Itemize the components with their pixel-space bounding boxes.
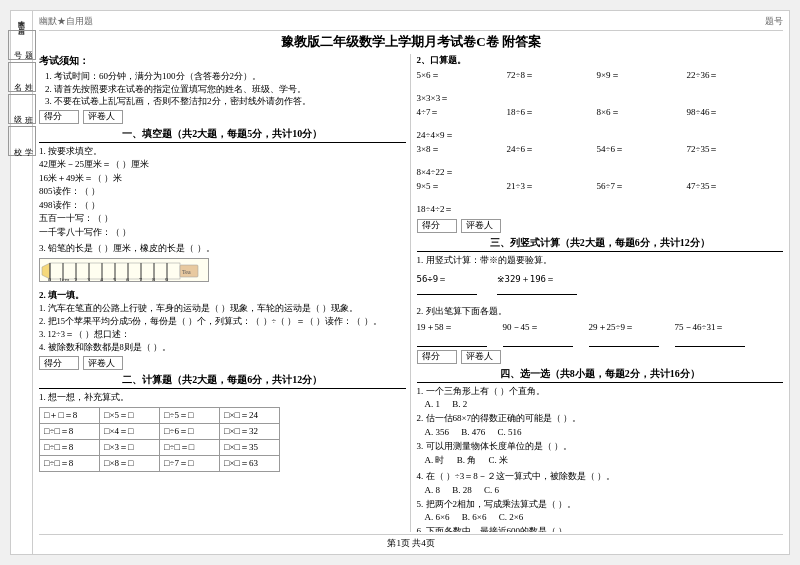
fill-2: 2. 把15个苹果平均分成5份，每份是（ ）个，列算式：（ ）÷（ ）＝（ ）读… [39, 315, 406, 328]
oral-calc-item: 72÷8＝ [507, 69, 587, 82]
fill-1: 1. 汽车在笔直的公路上行驶，车身的运动是（ ）现象，车轮的运动是（ ）现象。 [39, 302, 406, 315]
oral-calc-item: 18÷6＝ [507, 106, 587, 119]
s3-q2-label: 2. 列出笔算下面各题。 [417, 305, 784, 319]
svg-text:9: 9 [165, 277, 168, 282]
oral-calc-row: 3×8＝24÷6＝54÷6＝72÷35＝8×4÷22＝ [417, 143, 784, 179]
svg-text:Tea: Tea [182, 269, 191, 275]
margin-label-ti: 题号 [8, 30, 36, 60]
oral-calc-item: 18÷4÷2＝ [417, 203, 497, 216]
oral-calc-item: 9×5＝ [417, 180, 497, 193]
oral-calc-item: 24÷4×9＝ [417, 129, 497, 142]
s4-q4-block: 4. 在（ ）÷3＝8－２这一算式中，被除数是（ ）。A. 8 B. 28 C.… [417, 470, 784, 495]
s3-q1-item2: ※329＋196＝ [497, 273, 577, 295]
table-cell: □÷□＝□ [160, 439, 220, 455]
score-label: 得分 [39, 110, 79, 124]
left-margin: 幽默★自用题 题号 姓名 班级 学校 [11, 11, 33, 554]
right-column: 2、口算题。 5×6＝72÷8＝9×9＝22÷36＝3×3×3＝4÷7＝18÷6… [415, 54, 784, 532]
ruler-svg: 0 1cm 2 3 4 5 6 7 [39, 258, 209, 282]
q1-d: 498读作：（ ） [39, 199, 406, 213]
s4-q6-text: 6. 下面各数中，最接近600的数是（ ）。 [417, 525, 784, 532]
option-item: B. 476 [461, 427, 487, 437]
s2-q1-label: 1. 想一想，补充算式。 [39, 391, 406, 405]
q1-a: 42厘米－25厘米＝（ ）厘米 [39, 158, 406, 172]
s3-q1-block: 1. 用竖式计算：带※的题要验算。 56÷9＝ ※329＋196＝ [417, 254, 784, 298]
option-item: B. 28 [452, 485, 474, 495]
s4-q2-options: A. 356 B. 476 C. 516 [425, 427, 784, 437]
s4-q2-block: 2. 估一估68×7的得数正确的可能是（ ）。A. 356 B. 476 C. … [417, 412, 784, 437]
top-left-text: 幽默★自用题 [39, 15, 93, 28]
s3-q2-items: 19＋58＝ 90－45＝ 29＋25÷9＝ 75－46÷31＝ [417, 321, 784, 347]
oral-calc-item: 5×6＝ [417, 69, 497, 82]
svg-text:7: 7 [139, 277, 142, 282]
reviewer-label-3: 评卷人 [461, 219, 501, 233]
score-label-2: 得分 [39, 356, 79, 370]
q1-c: 805读作：（ ） [39, 185, 406, 199]
svg-text:4: 4 [100, 277, 103, 282]
s3-q2-item4: 75－46÷31＝ [675, 321, 755, 347]
fill-3: 3. 12÷3＝（ ）想口述： [39, 328, 406, 341]
oral-calc-row: 9×5＝21÷3＝56÷7＝47÷35＝18÷4÷2＝ [417, 180, 784, 216]
notice-title: 考试须知： [39, 54, 406, 68]
score-label-4: 得分 [417, 350, 457, 364]
svg-text:3: 3 [87, 277, 90, 282]
top-left-label: 幽默★自用题 [17, 13, 27, 24]
oral-calc-title: 2、口算题。 [417, 54, 784, 68]
option-item: B. 角 [457, 455, 479, 465]
s4-q3-block: 3. 可以用测量物体长度单位的是（ ）。A. 时 B. 角 C. 米 [417, 440, 784, 468]
oral-calc-item: 9×9＝ [597, 69, 677, 82]
section4-title: 四、选一选（共8小题，每题2分，共计16分） [417, 367, 784, 383]
oral-calc-item: 8×4÷22＝ [417, 166, 497, 179]
s4-q1-block: 1. 一个三角形上有（ ）个直角。A. 1 B. 2 [417, 385, 784, 410]
table-cell: □×□＝35 [220, 439, 280, 455]
table-cell: □÷□＝8 [40, 455, 100, 471]
oral-calc-item: 22÷36＝ [687, 69, 767, 82]
svg-text:2: 2 [74, 277, 77, 282]
notice-item-3: 3. 不要在试卷上乱写乱画，否则不整洁扣2分，密封线外请勿作答。 [45, 95, 406, 108]
q1-e: 五百一十写：（ ） [39, 212, 406, 226]
option-item: A. 6×6 [425, 512, 452, 522]
margin-label-xx: 学校 [8, 126, 36, 156]
oral-calc-row: 4÷7＝18÷6＝8×6＝98÷46＝24÷4×9＝ [417, 106, 784, 142]
table-cell: □×5＝□ [100, 407, 160, 423]
s4-q4-options: A. 8 B. 28 C. 6 [425, 485, 784, 495]
option-item: A. 时 [425, 455, 447, 465]
score-row-4: 得分 评卷人 [417, 350, 784, 364]
s4-q6-block: 6. 下面各数中，最接近600的数是（ ）。A. 598 B. 697 C. 5… [417, 525, 784, 532]
footer-text: 第1页 共4页 [387, 538, 434, 548]
table-cell: □÷5＝□ [160, 407, 220, 423]
oral-calc-item: 21÷3＝ [507, 180, 587, 193]
option-item: C. 516 [498, 427, 522, 437]
q1-block: 1. 按要求填空。 42厘米－25厘米＝（ ）厘米 16米＋49米＝（ ）米 8… [39, 145, 406, 240]
fill-intro: 2. 填一填。 [39, 289, 406, 303]
fill-block: 2. 填一填。 1. 汽车在笔直的公路上行驶，车身的运动是（ ）现象，车轮的运动… [39, 289, 406, 354]
s3-q2-item1: 19＋58＝ [417, 321, 497, 347]
table-cell: □×8＝□ [100, 455, 160, 471]
option-item: A. 1 [425, 399, 443, 409]
reviewer-label-2: 评卷人 [83, 356, 123, 370]
score-row-2: 得分 评卷人 [39, 356, 406, 370]
s4-q5-text: 5. 把两个2相加，写成乘法算式是（ ）。 [417, 498, 784, 512]
s4-q3-text: 3. 可以用测量物体长度单位的是（ ）。 [417, 440, 784, 454]
table-cell: □×□＝63 [220, 455, 280, 471]
option-item: A. 356 [425, 427, 452, 437]
reviewer-label-4: 评卷人 [461, 350, 501, 364]
s3-q1-items: 56÷9＝ ※329＋196＝ [417, 271, 784, 297]
section3-title: 三、列竖式计算（共2大题，每题6分，共计12分） [417, 236, 784, 252]
svg-text:5: 5 [113, 277, 116, 282]
left-column: 考试须知： 1. 考试时间：60分钟，满分为100分（含答卷分2分）。 2. 请… [39, 54, 411, 532]
s2-q1-block: 1. 想一想，补充算式。 □＋□＝8□×5＝□□÷5＝□□×□＝24□÷□＝8□… [39, 391, 406, 472]
ruler-q-block: 3. 铅笔的长是（ ）厘米，橡皮的长是（ ）。 0 1cm 2 [39, 242, 406, 286]
oral-calc-item: 56÷7＝ [597, 180, 677, 193]
margin-label-bj: 班级 [8, 94, 36, 124]
score-row-3: 得分 评卷人 [417, 219, 784, 233]
svg-text:6: 6 [126, 277, 129, 282]
option-item: B. 2 [452, 399, 467, 409]
s3-q2-item3: 29＋25÷9＝ [589, 321, 669, 347]
table-cell: □×□＝32 [220, 423, 280, 439]
option-item: C. 2×6 [499, 512, 524, 522]
margin-label-xm: 姓名 [8, 62, 36, 92]
s4-q5-block: 5. 把两个2相加，写成乘法算式是（ ）。A. 6×6 B. 6×6 C. 2×… [417, 498, 784, 523]
s3-q1-label: 1. 用竖式计算：带※的题要验算。 [417, 254, 784, 268]
table-cell: □×3＝□ [100, 439, 160, 455]
oral-calc-block: 2、口算题。 5×6＝72÷8＝9×9＝22÷36＝3×3×3＝4÷7＝18÷6… [417, 54, 784, 216]
